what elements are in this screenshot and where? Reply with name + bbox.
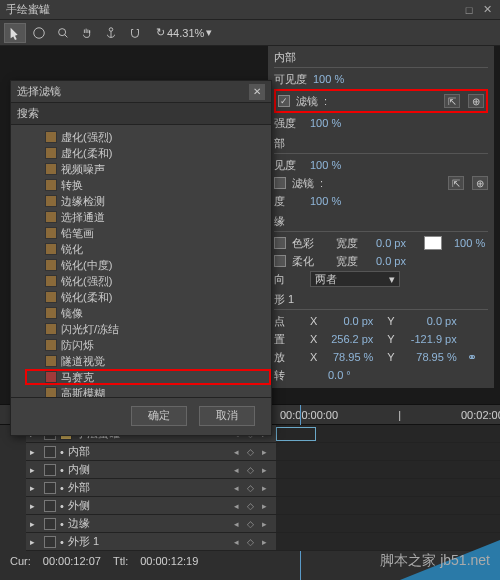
next-key-icon[interactable]: ▸ bbox=[258, 501, 270, 511]
clip-bar[interactable] bbox=[276, 427, 316, 441]
prev-key-icon[interactable]: ◂ bbox=[230, 465, 242, 475]
zoom-tool[interactable] bbox=[52, 23, 74, 43]
next-key-icon[interactable]: ▸ bbox=[258, 519, 270, 529]
modal-header[interactable]: 选择滤镜 ✕ bbox=[11, 81, 271, 103]
key-icon[interactable]: ◇ bbox=[244, 483, 256, 493]
filter-item[interactable]: 视频噪声 bbox=[41, 161, 271, 177]
link-icon[interactable]: ⚭ bbox=[467, 350, 477, 364]
layer-row[interactable]: ▸•外部◂◇▸ bbox=[26, 479, 500, 497]
filter-item[interactable]: 选择通道 bbox=[41, 209, 271, 225]
select-tool[interactable] bbox=[28, 23, 50, 43]
snap-tool[interactable] bbox=[124, 23, 146, 43]
next-key-icon[interactable]: ▸ bbox=[258, 483, 270, 493]
twirl-icon[interactable]: ▸ bbox=[30, 501, 40, 511]
layer-checkbox[interactable] bbox=[44, 500, 56, 512]
ok-button[interactable]: 确定 bbox=[131, 406, 187, 426]
next-key-icon[interactable]: ▸ bbox=[258, 537, 270, 547]
rot-value[interactable]: 0.0 ° bbox=[328, 369, 351, 381]
filter-item[interactable]: 虚化(柔和) bbox=[41, 145, 271, 161]
prev-key-icon[interactable]: ◂ bbox=[230, 483, 242, 493]
layer-row[interactable]: ▸•外侧◂◇▸ bbox=[26, 497, 500, 515]
zoom-control[interactable]: ↻ 44.31% ▾ bbox=[156, 26, 212, 39]
color-swatch[interactable] bbox=[424, 236, 442, 250]
layer-checkbox[interactable] bbox=[44, 518, 56, 530]
visibility-value[interactable]: 100 % bbox=[313, 73, 344, 85]
layer-track[interactable] bbox=[276, 515, 500, 532]
scale-x[interactable]: 78.95 % bbox=[323, 351, 373, 363]
prev-key-icon[interactable]: ◂ bbox=[230, 447, 242, 457]
key-icon[interactable]: ◇ bbox=[244, 465, 256, 475]
filter-list[interactable]: 虚化(强烈)虚化(柔和)视频噪声转换边缘检测选择通道铅笔画锐化锐化(中度)锐化(… bbox=[11, 125, 271, 397]
outer-apply-icon[interactable]: ⇱ bbox=[448, 176, 464, 190]
key-icon[interactable]: ◇ bbox=[244, 501, 256, 511]
pos-x[interactable]: 256.2 px bbox=[323, 333, 373, 345]
filter-item[interactable]: 闪光灯/冻结 bbox=[41, 321, 271, 337]
layer-checkbox[interactable] bbox=[44, 482, 56, 494]
prev-key-icon[interactable]: ◂ bbox=[230, 519, 242, 529]
filter-item[interactable]: 防闪烁 bbox=[41, 337, 271, 353]
next-key-icon[interactable]: ▸ bbox=[258, 447, 270, 457]
layer-row[interactable]: ▸•内侧◂◇▸ bbox=[26, 461, 500, 479]
layer-track[interactable] bbox=[276, 497, 500, 514]
outer-intensity-value[interactable]: 100 % bbox=[310, 195, 341, 207]
filter-item[interactable]: 锐化(中度) bbox=[41, 257, 271, 273]
filter-checkbox[interactable]: ✓ bbox=[278, 95, 290, 107]
soft-width-value[interactable]: 0.0 px bbox=[376, 255, 406, 267]
layer-track[interactable] bbox=[276, 425, 500, 442]
layer-row[interactable]: ▸•边缘◂◇▸ bbox=[26, 515, 500, 533]
pos-y[interactable]: -121.9 px bbox=[401, 333, 457, 345]
direction-dropdown[interactable]: 两者▾ bbox=[310, 271, 400, 287]
width-value[interactable]: 0.0 px bbox=[376, 237, 406, 249]
key-icon[interactable]: ◇ bbox=[244, 519, 256, 529]
outer-vis-value[interactable]: 100 % bbox=[310, 159, 341, 171]
zoom-value[interactable]: 44.31% bbox=[167, 27, 204, 39]
layer-checkbox[interactable] bbox=[44, 464, 56, 476]
next-key-icon[interactable]: ▸ bbox=[258, 465, 270, 475]
layer-row[interactable]: ▸•内部◂◇▸ bbox=[26, 443, 500, 461]
key-icon[interactable]: ◇ bbox=[244, 447, 256, 457]
filter-item[interactable]: 锐化(强烈) bbox=[41, 273, 271, 289]
layer-checkbox[interactable] bbox=[44, 446, 56, 458]
filter-item[interactable]: 锐化(柔和) bbox=[41, 289, 271, 305]
scale-y[interactable]: 78.95 % bbox=[401, 351, 457, 363]
layer-track[interactable] bbox=[276, 461, 500, 478]
layer-track[interactable] bbox=[276, 443, 500, 460]
layer-checkbox[interactable] bbox=[44, 536, 56, 548]
close-icon[interactable]: ✕ bbox=[480, 3, 494, 17]
twirl-icon[interactable]: ▸ bbox=[30, 537, 40, 547]
filter-item[interactable]: 虚化(强烈) bbox=[41, 129, 271, 145]
twirl-icon[interactable]: ▸ bbox=[30, 465, 40, 475]
layer-track[interactable] bbox=[276, 479, 500, 496]
soft-checkbox[interactable] bbox=[274, 255, 286, 267]
twirl-icon[interactable]: ▸ bbox=[30, 447, 40, 457]
filter-settings-icon[interactable]: ⊕ bbox=[468, 94, 484, 108]
intensity-value[interactable]: 100 % bbox=[310, 117, 341, 129]
twirl-icon[interactable]: ▸ bbox=[30, 519, 40, 529]
twirl-icon[interactable]: ▸ bbox=[30, 483, 40, 493]
filter-item[interactable]: 马赛克 bbox=[25, 369, 271, 385]
filter-item[interactable]: 转换 bbox=[41, 177, 271, 193]
anchor-tool[interactable] bbox=[100, 23, 122, 43]
hand-tool[interactable] bbox=[76, 23, 98, 43]
outer-filter-checkbox[interactable] bbox=[274, 177, 286, 189]
anchor-y[interactable]: 0.0 px bbox=[401, 315, 457, 327]
prev-key-icon[interactable]: ◂ bbox=[230, 537, 242, 547]
filter-item[interactable]: 高斯模糊 bbox=[41, 385, 271, 397]
key-icon[interactable]: ◇ bbox=[244, 537, 256, 547]
refresh-icon[interactable]: ↻ bbox=[156, 26, 165, 39]
chevron-down-icon[interactable]: ▾ bbox=[206, 26, 212, 39]
color-checkbox[interactable] bbox=[274, 237, 286, 249]
filter-item[interactable]: 铅笔画 bbox=[41, 225, 271, 241]
filter-item[interactable]: 隧道视觉 bbox=[41, 353, 271, 369]
filter-item[interactable]: 锐化 bbox=[41, 241, 271, 257]
filter-item[interactable]: 镜像 bbox=[41, 305, 271, 321]
anchor-x[interactable]: 0.0 px bbox=[323, 315, 373, 327]
outer-settings-icon[interactable]: ⊕ bbox=[472, 176, 488, 190]
prev-key-icon[interactable]: ◂ bbox=[230, 501, 242, 511]
cancel-button[interactable]: 取消 bbox=[199, 406, 255, 426]
maximize-icon[interactable]: □ bbox=[462, 3, 476, 17]
opacity-value[interactable]: 100 % bbox=[454, 237, 485, 249]
filter-item[interactable]: 边缘检测 bbox=[41, 193, 271, 209]
arrow-tool[interactable] bbox=[4, 23, 26, 43]
filter-apply-icon[interactable]: ⇱ bbox=[444, 94, 460, 108]
